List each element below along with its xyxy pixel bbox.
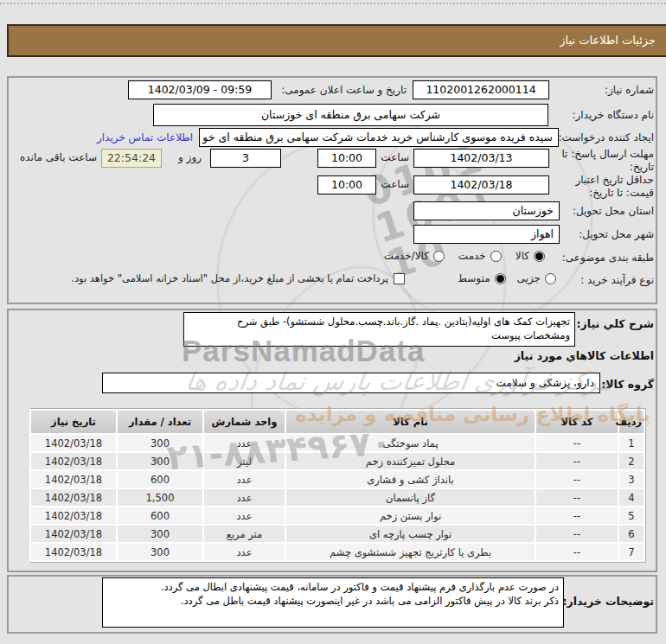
cell-row: 1 (618, 434, 644, 452)
reply-deadline-label: مهلت ارسال پاسخ: تا تاریخ: (560, 148, 654, 174)
radio-option-service[interactable]: خدمت (458, 250, 502, 262)
buyer-note-line: ذکر برند کالا در پیش فاکتور الزامی می با… (107, 594, 559, 608)
page-title: جزئیات اطلاعات نیاز (7, 24, 666, 57)
days-and-label: روز و (178, 151, 202, 163)
cell-row: 6 (618, 525, 644, 543)
announce-datetime-label: تاریخ و ساعت اعلان عمومی: (281, 84, 407, 96)
buyer-org-label: نام دستگاه خریدار: (573, 109, 655, 121)
buyer-org-field[interactable]: شرکت سهامی برق منطقه ای خوزستان (153, 104, 548, 126)
price-validity-hour-label: ساعت (381, 178, 409, 190)
reply-deadline-date-field[interactable]: 1402/03/13 (413, 149, 549, 168)
price-validity-time-field[interactable]: 10:00 (317, 175, 376, 194)
announce-datetime-field[interactable]: 1402/03/09 - 09:59 (128, 80, 272, 99)
table-row: 3--بانداژ کشی و فشاریعدد6001402/03/18 (30, 470, 644, 488)
cell-name: بانداژ کشی و فشاری (285, 470, 535, 488)
cell-qty: 600 (117, 470, 203, 488)
cell-code: -- (535, 470, 618, 488)
table-row: 1--پماد سوختگیعدد3001402/03/18 (30, 434, 644, 452)
radio-option-goods-service[interactable]: کالا/خدمت (384, 250, 445, 262)
remaining-days-field[interactable]: 3 (210, 149, 281, 168)
radio-service-label: خدمت (458, 250, 486, 262)
cell-date: 1402/03/18 (30, 543, 117, 561)
page-top-divider (0, 3, 666, 4)
goods-group-field[interactable]: دارو، پزشکی و سلامت (102, 373, 600, 393)
cell-qty: 300 (117, 543, 203, 561)
cell-row: 7 (618, 543, 644, 561)
radio-goods-icon[interactable] (534, 251, 545, 262)
goods-table: ردیف کد کالا نام کالا واحد شمارش تعداد /… (30, 408, 646, 563)
cell-unit: عدد (203, 507, 285, 525)
hours-remaining-label: ساعت باقی مانده (20, 151, 97, 163)
subject-classification-options: کالا خدمت کالا/خدمت (384, 250, 545, 262)
price-validity-date-field[interactable]: 1402/03/18 (413, 175, 549, 194)
goods-table-header-row: ردیف کد کالا نام کالا واحد شمارش تعداد /… (30, 410, 644, 434)
radio-option-medium[interactable]: متوسط (458, 272, 506, 284)
cell-row: 4 (618, 488, 644, 507)
cell-unit: عدد (203, 543, 285, 561)
cell-date: 1402/03/18 (30, 434, 117, 452)
cell-unit: متر مربع (203, 525, 285, 543)
table-row: 6--نوار چسب پارچه ایمتر مربع3001402/03/1… (30, 525, 644, 543)
cell-row: 2 (618, 452, 644, 470)
cell-code: -- (535, 543, 618, 561)
cell-row: 3 (618, 470, 644, 488)
col-header-item-name: نام کالا (285, 410, 535, 434)
need-number-field[interactable]: 1102001262000114 (413, 80, 549, 99)
treasury-checkbox-label: پرداخت تمام یا بخشی از مبلغ خرید،از محل … (71, 272, 388, 284)
radio-minor-icon[interactable] (545, 273, 556, 284)
cell-row: 5 (618, 507, 644, 525)
purchase-process-label: نوع فرآیند خرید : (580, 274, 654, 286)
table-row: 2--محلول تمیزکننده زخملیتر3001402/03/18 (30, 452, 644, 470)
need-description-textarea[interactable]: تجهیزات کمک های اولیه(بتادین .پماد .گاز.… (183, 312, 575, 347)
table-row: 4--گاز پانسمانعدد1,5001402/03/18 (30, 488, 644, 507)
requester-label: ایجاد کننده درخواست: (558, 131, 654, 143)
table-row: 7--بطری یا کارتریج تجهیز شستشوی چشمعدد30… (30, 543, 644, 561)
cell-date: 1402/03/18 (30, 507, 117, 525)
cell-name: نوار بستن زخم (285, 507, 535, 525)
cell-qty: 600 (117, 507, 203, 525)
col-header-unit: واحد شمارش (203, 410, 285, 434)
cell-code: -- (535, 434, 618, 452)
delivery-province-label: استان محل تحویل: (573, 205, 654, 217)
cell-date: 1402/03/18 (30, 488, 117, 507)
table-row: 5--نوار بستن زخمعدد6001402/03/18 (30, 507, 644, 525)
radio-medium-label: متوسط (458, 272, 490, 284)
cell-code: -- (535, 507, 618, 525)
cell-unit: لیتر (203, 452, 285, 470)
cell-name: محلول تمیزکننده زخم (285, 452, 535, 470)
cell-qty: 1,500 (117, 488, 203, 507)
subject-classification-label: طبقه بندی موضوعی: (562, 252, 654, 264)
cell-qty: 300 (117, 452, 203, 470)
radio-option-goods[interactable]: کالا (516, 250, 545, 262)
col-header-item-code: کد کالا (535, 410, 618, 434)
need-description-label: شرح کلي نیاز: (577, 317, 654, 330)
col-header-row-number: ردیف (618, 410, 644, 434)
delivery-city-label: شهر محل تحویل: (579, 228, 654, 240)
need-details-page: 0101 1001 10 جزئیات اطلاعات نیاز شماره ن… (0, 0, 666, 644)
cell-date: 1402/03/18 (30, 452, 117, 470)
cell-code: -- (535, 488, 618, 507)
radio-goods-service-icon[interactable] (433, 251, 445, 262)
need-number-label: شماره نیاز: (605, 84, 654, 96)
buyer-notes-label: توضیحات خریدار: (562, 595, 654, 608)
reply-deadline-time-field[interactable]: 10:00 (317, 149, 376, 168)
goods-group-label: گروه کالا: (601, 378, 654, 391)
goods-table-body: 1--پماد سوختگیعدد3001402/03/182--محلول ت… (30, 434, 644, 561)
buyer-notes-textarea[interactable]: در صورت عدم بارگذاری فرم پیشنهاد قیمت و … (102, 577, 564, 628)
radio-service-icon[interactable] (490, 251, 502, 262)
cell-unit: عدد (203, 470, 285, 488)
radio-medium-icon[interactable] (495, 273, 506, 284)
cell-name: نوار چسب پارچه ای (285, 525, 535, 543)
delivery-province-field[interactable]: خوزستان (413, 201, 560, 220)
treasury-payment-option: پرداخت تمام یا بخشی از مبلغ خرید،از محل … (71, 272, 405, 284)
buyer-contact-link[interactable]: اطلاعات تماس خریدار (97, 131, 193, 143)
cell-code: -- (535, 525, 618, 543)
requester-field[interactable]: سیده فریده موسوی کارشناس خرید خدمات شرکت… (199, 128, 559, 147)
cell-unit: عدد (203, 488, 285, 507)
col-header-need-date: تاریخ نیاز (30, 410, 117, 434)
treasury-checkbox[interactable] (394, 273, 405, 284)
cell-name: پماد سوختگی (285, 434, 535, 452)
radio-option-minor[interactable]: جزیی (517, 272, 556, 284)
cell-date: 1402/03/18 (30, 470, 117, 488)
delivery-city-field[interactable]: اهواز (413, 225, 560, 244)
